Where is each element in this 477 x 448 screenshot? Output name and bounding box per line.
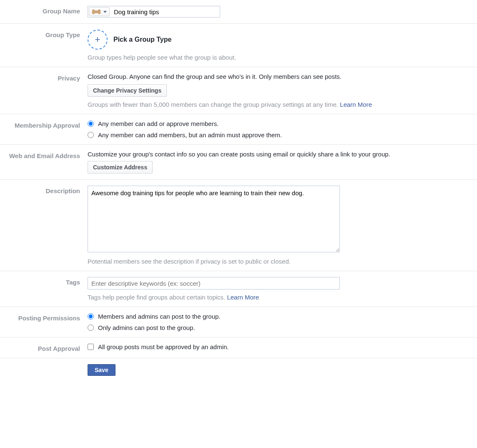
web-address-description: Customize your group's contact info so y… (88, 151, 469, 158)
tags-learn-more-link[interactable]: Learn More (227, 294, 259, 301)
posting-permissions-row: Posting Permissions Members and admins c… (0, 307, 477, 337)
membership-option-2-label: Any member can add members, but an admin… (98, 131, 282, 138)
web-address-label: Web and Email Address (0, 151, 88, 174)
tags-label: Tags (0, 277, 88, 301)
description-help: Potential members see the description if… (88, 258, 469, 265)
membership-approval-label: Membership Approval (0, 120, 88, 138)
tags-help: Tags help people find groups about certa… (88, 294, 469, 301)
membership-option-2-radio[interactable] (88, 132, 94, 138)
privacy-row: Privacy Closed Group. Anyone can find th… (0, 67, 477, 114)
change-privacy-button[interactable]: Change Privacy Settings (88, 84, 167, 97)
group-name-row: Group Name (0, 0, 477, 24)
privacy-description: Closed Group. Anyone can find the group … (88, 73, 469, 80)
chevron-down-icon (103, 11, 107, 13)
privacy-learn-more-link[interactable]: Learn More (340, 101, 372, 108)
description-textarea[interactable] (88, 186, 340, 252)
group-type-label: Group Type (0, 30, 88, 61)
posting-option-2-radio[interactable] (88, 325, 94, 331)
customize-address-button[interactable]: Customize Address (88, 161, 153, 174)
posting-option-1-label: Members and admins can post to the group… (98, 313, 221, 320)
group-type-row: Group Type + Pick a Group Type Group typ… (0, 24, 477, 67)
membership-approval-row: Membership Approval Any member can add o… (0, 114, 477, 145)
membership-option-1-label: Any member can add or approve members. (98, 120, 218, 127)
plus-icon: + (95, 34, 100, 45)
web-address-row: Web and Email Address Customize your gro… (0, 145, 477, 180)
privacy-help: Groups with fewer than 5,000 members can… (88, 101, 469, 108)
posting-option-1-radio[interactable] (88, 313, 94, 320)
save-button[interactable]: Save (88, 364, 115, 376)
post-approval-checkbox[interactable] (88, 344, 94, 350)
privacy-label: Privacy (0, 73, 88, 108)
save-row: Save (0, 358, 477, 382)
posting-option-2-label: Only admins can post to the group. (98, 324, 195, 331)
description-label: Description (0, 186, 88, 265)
membership-option-1-radio[interactable] (88, 121, 94, 127)
add-group-type-button[interactable]: + (88, 30, 108, 50)
post-approval-row: Post Approval All group posts must be ap… (0, 337, 477, 358)
group-name-input[interactable] (111, 7, 220, 17)
post-approval-checkbox-label: All group posts must be approved by an a… (98, 343, 229, 350)
tags-row: Tags Tags help people find groups about … (0, 271, 477, 307)
group-name-field-wrapper (88, 6, 220, 18)
tags-input[interactable] (88, 277, 340, 289)
bone-icon (92, 9, 101, 15)
pick-group-type-label: Pick a Group Type (113, 36, 171, 43)
group-name-label: Group Name (0, 6, 88, 18)
posting-permissions-label: Posting Permissions (0, 313, 88, 331)
description-row: Description Potential members see the de… (0, 180, 477, 271)
group-type-help: Group types help people see what the gro… (88, 54, 469, 61)
post-approval-label: Post Approval (0, 343, 88, 352)
group-icon-picker[interactable] (89, 7, 110, 16)
